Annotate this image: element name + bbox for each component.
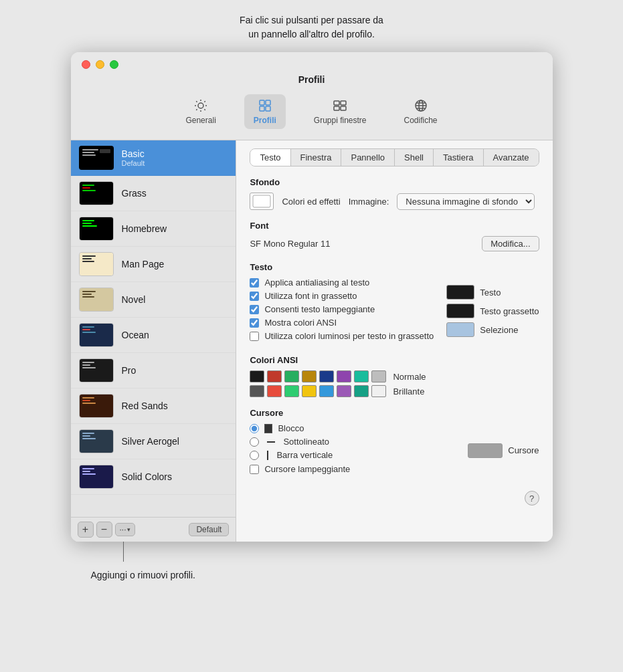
- cursore-right: Cursore: [468, 423, 539, 477]
- svg-rect-40: [82, 362, 94, 363]
- testo-label: Testo: [250, 262, 539, 272]
- main-panel: Testo Finestra Pannello Shell Tastiera A…: [236, 140, 552, 542]
- ansi-n4[interactable]: [319, 370, 334, 382]
- profile-item-silveraerogel[interactable]: Silver Aerogel: [71, 424, 236, 459]
- svg-rect-7: [334, 106, 339, 110]
- profile-item-homebrew[interactable]: Homebrew: [71, 211, 236, 247]
- testo-color-swatch[interactable]: [446, 285, 474, 300]
- svg-rect-5: [334, 101, 339, 105]
- ansi-n1[interactable]: [267, 370, 282, 382]
- ansi-b5[interactable]: [337, 385, 351, 397]
- tab-shell[interactable]: Shell: [395, 149, 434, 166]
- cursore-main: Blocco Sottolineato Barra verticale: [250, 423, 539, 477]
- check-grassetto: Utilizza font in grassetto: [250, 291, 436, 301]
- ansi-n7[interactable]: [371, 370, 386, 382]
- selezione-swatch[interactable]: [446, 322, 474, 337]
- check-antialiasing-input[interactable]: [250, 278, 259, 288]
- bar-icon: [267, 451, 268, 460]
- profile-item-manpage[interactable]: Man Page: [71, 247, 236, 282]
- modifica-button[interactable]: Modifica...: [482, 236, 539, 251]
- svg-rect-54: [82, 473, 96, 475]
- cursore-left: Blocco Sottolineato Barra verticale: [250, 423, 452, 477]
- profile-item-novel[interactable]: Novel: [71, 282, 236, 318]
- check-luminosi-input[interactable]: [250, 332, 259, 341]
- check-lampeggiante-cursore-input[interactable]: [250, 465, 259, 474]
- svg-rect-24: [82, 220, 94, 221]
- immagine-label: Immagine:: [349, 197, 389, 207]
- ansi-n0[interactable]: [250, 370, 264, 382]
- ansi-n5[interactable]: [337, 370, 351, 382]
- ansi-b7[interactable]: [371, 385, 386, 397]
- help-button[interactable]: ?: [525, 491, 539, 506]
- blocco-label: Blocco: [278, 423, 304, 433]
- ansi-b3[interactable]: [302, 385, 317, 397]
- tab-tastiera[interactable]: Tastiera: [434, 149, 484, 166]
- lampeggiante-cursore-label: Cursore lampeggiante: [264, 464, 350, 474]
- toolbar-generali[interactable]: Generali: [176, 94, 225, 129]
- ansi-b2[interactable]: [284, 385, 299, 397]
- check-lampeggiante-input[interactable]: [250, 305, 259, 314]
- svg-rect-26: [82, 225, 97, 227]
- profile-info-basic: Basic Default: [122, 148, 145, 167]
- profile-item-pro[interactable]: Pro: [71, 353, 236, 388]
- ansi-b1[interactable]: [267, 385, 282, 397]
- testo-grassetto-label: Testo grassetto: [480, 306, 539, 316]
- profile-name-silveraerogel: Silver Aerogel: [122, 436, 179, 447]
- toolbar-codifiche[interactable]: Codifiche: [395, 94, 447, 129]
- ansi-n2[interactable]: [284, 370, 299, 382]
- remove-profile-button[interactable]: −: [96, 522, 112, 538]
- toolbar-gruppi[interactable]: Gruppi finestre: [304, 94, 376, 129]
- cursore-label: Cursore: [250, 408, 539, 418]
- ansi-n6[interactable]: [354, 370, 369, 382]
- svg-rect-17: [82, 154, 96, 156]
- ansi-label: Colori ANSI: [250, 355, 539, 365]
- immagine-select[interactable]: Nessuna immagine di sfondo: [397, 193, 535, 210]
- radio-sottolineato[interactable]: [250, 437, 259, 447]
- tab-pannello[interactable]: Pannello: [341, 149, 395, 166]
- profile-item-ocean[interactable]: Ocean: [71, 318, 236, 353]
- svg-rect-46: [82, 403, 96, 404]
- minimize-button[interactable]: [96, 60, 104, 69]
- profile-thumb-solidcolors: [79, 465, 114, 489]
- profile-name-novel: Novel: [122, 294, 146, 305]
- close-button[interactable]: [82, 60, 90, 69]
- svg-rect-15: [82, 149, 98, 150]
- check-ansi-input[interactable]: [250, 318, 259, 328]
- profile-item-basic[interactable]: Basic Default: [71, 140, 236, 176]
- sottolineato-label: Sottolineato: [283, 437, 329, 447]
- tab-finestra[interactable]: Finestra: [291, 149, 342, 166]
- add-profile-button[interactable]: +: [78, 522, 94, 538]
- profile-info-novel: Novel: [122, 294, 146, 305]
- action-profile-button[interactable]: ··· ▾: [115, 523, 135, 536]
- profile-item-redsands[interactable]: Red Sands: [71, 388, 236, 424]
- maximize-button[interactable]: [110, 60, 118, 69]
- colori-effetti-button[interactable]: Colori ed effetti: [282, 197, 340, 207]
- tab-avanzate[interactable]: Avanzate: [484, 149, 539, 166]
- check-grassetto-input[interactable]: [250, 292, 259, 301]
- tab-testo[interactable]: Testo: [250, 149, 290, 166]
- svg-rect-4: [266, 106, 270, 111]
- cursore-radio-sottolineato: Sottolineato: [250, 437, 452, 447]
- profile-list: Basic Default Grass: [71, 140, 236, 517]
- profile-item-solidcolors[interactable]: Solid Colors: [71, 459, 236, 495]
- svg-rect-16: [82, 152, 94, 153]
- cursore-swatch[interactable]: [468, 443, 503, 458]
- ansi-n3[interactable]: [302, 370, 317, 382]
- check-antialiasing-label: Applica antialiasing al testo: [264, 277, 369, 288]
- profile-name-ocean: Ocean: [122, 330, 149, 340]
- default-button[interactable]: Default: [189, 523, 229, 536]
- sfondo-label: Sfondo: [250, 177, 539, 187]
- window-title: Profili: [298, 74, 325, 85]
- ansi-b4[interactable]: [319, 385, 334, 397]
- svg-rect-21: [82, 187, 90, 189]
- toolbar-profili[interactable]: Profili: [244, 94, 286, 129]
- ansi-b6[interactable]: [354, 385, 369, 397]
- testo-grassetto-swatch[interactable]: [446, 304, 474, 318]
- profile-item-grass[interactable]: Grass: [71, 176, 236, 211]
- radio-barra[interactable]: [250, 451, 259, 460]
- window-controls: [82, 60, 118, 69]
- sfondo-icon: [250, 193, 274, 210]
- radio-blocco[interactable]: [250, 424, 259, 433]
- ansi-b0[interactable]: [250, 385, 264, 397]
- svg-rect-45: [82, 400, 90, 401]
